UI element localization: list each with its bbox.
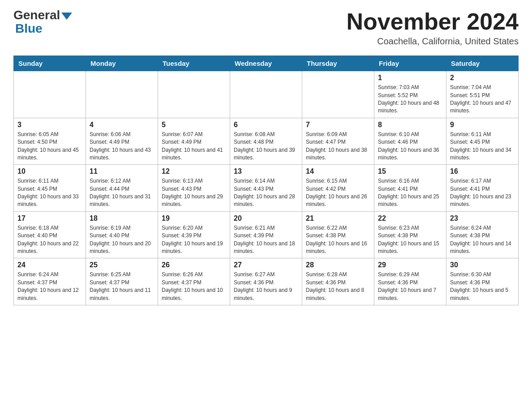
calendar-table: SundayMondayTuesdayWednesdayThursdayFrid… bbox=[13, 56, 519, 305]
calendar-cell: 13Sunrise: 6:14 AMSunset: 4:43 PMDayligh… bbox=[230, 165, 302, 212]
calendar-cell: 27Sunrise: 6:27 AMSunset: 4:36 PMDayligh… bbox=[230, 258, 302, 305]
day-info: Sunrise: 6:16 AMSunset: 4:41 PMDaylight:… bbox=[378, 177, 442, 209]
calendar-cell: 24Sunrise: 6:24 AMSunset: 4:37 PMDayligh… bbox=[14, 258, 86, 305]
calendar-cell: 11Sunrise: 6:12 AMSunset: 4:44 PMDayligh… bbox=[86, 165, 158, 212]
day-info: Sunrise: 6:15 AMSunset: 4:42 PMDaylight:… bbox=[306, 177, 370, 209]
day-number: 2 bbox=[450, 74, 515, 82]
weekday-header-friday: Friday bbox=[374, 56, 446, 71]
week-row-1: 3Sunrise: 6:05 AMSunset: 4:50 PMDaylight… bbox=[14, 118, 519, 165]
day-number: 27 bbox=[234, 261, 298, 269]
day-info: Sunrise: 6:11 AMSunset: 4:45 PMDaylight:… bbox=[450, 131, 515, 162]
weekday-header-thursday: Thursday bbox=[302, 56, 374, 71]
day-number: 17 bbox=[17, 214, 82, 223]
day-number: 9 bbox=[450, 121, 515, 129]
calendar-cell: 5Sunrise: 6:07 AMSunset: 4:49 PMDaylight… bbox=[158, 118, 230, 165]
day-number: 13 bbox=[234, 167, 298, 176]
day-number: 26 bbox=[162, 261, 226, 269]
calendar-cell: 22Sunrise: 6:23 AMSunset: 4:38 PMDayligh… bbox=[374, 211, 446, 258]
logo-arrow-icon bbox=[61, 13, 72, 20]
logo: General Blue bbox=[13, 9, 72, 36]
day-info: Sunrise: 6:11 AMSunset: 4:45 PMDaylight:… bbox=[17, 177, 82, 209]
day-info: Sunrise: 6:26 AMSunset: 4:37 PMDaylight:… bbox=[162, 271, 226, 302]
calendar-cell: 8Sunrise: 6:10 AMSunset: 4:46 PMDaylight… bbox=[374, 118, 446, 165]
day-info: Sunrise: 6:12 AMSunset: 4:44 PMDaylight:… bbox=[90, 177, 154, 209]
day-number: 6 bbox=[234, 121, 298, 129]
day-number: 11 bbox=[90, 167, 154, 176]
calendar-cell: 10Sunrise: 6:11 AMSunset: 4:45 PMDayligh… bbox=[14, 165, 86, 212]
day-number: 23 bbox=[450, 214, 515, 223]
week-row-2: 10Sunrise: 6:11 AMSunset: 4:45 PMDayligh… bbox=[14, 165, 519, 212]
day-info: Sunrise: 6:25 AMSunset: 4:37 PMDaylight:… bbox=[90, 271, 154, 302]
day-info: Sunrise: 6:13 AMSunset: 4:43 PMDaylight:… bbox=[162, 177, 226, 209]
day-info: Sunrise: 6:10 AMSunset: 4:46 PMDaylight:… bbox=[378, 131, 442, 162]
calendar-cell: 30Sunrise: 6:30 AMSunset: 4:36 PMDayligh… bbox=[446, 258, 519, 305]
calendar-cell: 2Sunrise: 7:04 AMSunset: 5:51 PMDaylight… bbox=[446, 71, 519, 118]
week-row-4: 24Sunrise: 6:24 AMSunset: 4:37 PMDayligh… bbox=[14, 258, 519, 305]
calendar-cell: 19Sunrise: 6:20 AMSunset: 4:39 PMDayligh… bbox=[158, 211, 230, 258]
location-title: Coachella, California, United States bbox=[347, 36, 519, 47]
day-info: Sunrise: 6:14 AMSunset: 4:43 PMDaylight:… bbox=[234, 177, 298, 209]
day-info: Sunrise: 6:08 AMSunset: 4:48 PMDaylight:… bbox=[234, 131, 298, 162]
calendar-cell: 21Sunrise: 6:22 AMSunset: 4:38 PMDayligh… bbox=[302, 211, 374, 258]
day-number: 4 bbox=[90, 121, 154, 129]
day-number: 7 bbox=[306, 121, 370, 129]
day-info: Sunrise: 6:07 AMSunset: 4:49 PMDaylight:… bbox=[162, 131, 226, 162]
day-info: Sunrise: 6:20 AMSunset: 4:39 PMDaylight:… bbox=[162, 224, 226, 256]
day-info: Sunrise: 6:28 AMSunset: 4:36 PMDaylight:… bbox=[306, 271, 370, 302]
calendar-cell: 17Sunrise: 6:18 AMSunset: 4:40 PMDayligh… bbox=[14, 211, 86, 258]
calendar-cell bbox=[302, 71, 374, 118]
day-info: Sunrise: 6:24 AMSunset: 4:37 PMDaylight:… bbox=[17, 271, 82, 302]
weekday-header-sunday: Sunday bbox=[14, 56, 86, 71]
day-number: 21 bbox=[306, 214, 370, 223]
day-info: Sunrise: 6:27 AMSunset: 4:36 PMDaylight:… bbox=[234, 271, 298, 302]
calendar-cell: 1Sunrise: 7:03 AMSunset: 5:52 PMDaylight… bbox=[374, 71, 446, 118]
page-header: General Blue November 2024 Coachella, Ca… bbox=[13, 9, 519, 47]
calendar-cell: 29Sunrise: 6:29 AMSunset: 4:36 PMDayligh… bbox=[374, 258, 446, 305]
day-number: 8 bbox=[378, 121, 442, 129]
calendar-cell: 4Sunrise: 6:06 AMSunset: 4:49 PMDaylight… bbox=[86, 118, 158, 165]
calendar-cell bbox=[14, 71, 86, 118]
calendar-cell: 7Sunrise: 6:09 AMSunset: 4:47 PMDaylight… bbox=[302, 118, 374, 165]
day-info: Sunrise: 6:09 AMSunset: 4:47 PMDaylight:… bbox=[306, 131, 370, 162]
weekday-header-monday: Monday bbox=[86, 56, 158, 71]
weekday-header-tuesday: Tuesday bbox=[158, 56, 230, 71]
calendar-cell: 16Sunrise: 6:17 AMSunset: 4:41 PMDayligh… bbox=[446, 165, 519, 212]
day-number: 18 bbox=[90, 214, 154, 223]
day-number: 30 bbox=[450, 261, 515, 269]
calendar-cell: 12Sunrise: 6:13 AMSunset: 4:43 PMDayligh… bbox=[158, 165, 230, 212]
month-title: November 2024 bbox=[347, 9, 519, 34]
day-number: 28 bbox=[306, 261, 370, 269]
calendar-cell: 14Sunrise: 6:15 AMSunset: 4:42 PMDayligh… bbox=[302, 165, 374, 212]
calendar-cell: 23Sunrise: 6:24 AMSunset: 4:38 PMDayligh… bbox=[446, 211, 519, 258]
day-info: Sunrise: 7:04 AMSunset: 5:51 PMDaylight:… bbox=[450, 84, 515, 115]
calendar-cell: 3Sunrise: 6:05 AMSunset: 4:50 PMDaylight… bbox=[14, 118, 86, 165]
day-info: Sunrise: 6:18 AMSunset: 4:40 PMDaylight:… bbox=[17, 224, 82, 256]
calendar-cell: 25Sunrise: 6:25 AMSunset: 4:37 PMDayligh… bbox=[86, 258, 158, 305]
day-number: 29 bbox=[378, 261, 442, 269]
calendar-cell: 26Sunrise: 6:26 AMSunset: 4:37 PMDayligh… bbox=[158, 258, 230, 305]
title-area: November 2024 Coachella, California, Uni… bbox=[347, 9, 519, 47]
day-info: Sunrise: 6:29 AMSunset: 4:36 PMDaylight:… bbox=[378, 271, 442, 302]
calendar-body: 1Sunrise: 7:03 AMSunset: 5:52 PMDaylight… bbox=[14, 71, 519, 305]
day-info: Sunrise: 6:24 AMSunset: 4:38 PMDaylight:… bbox=[450, 224, 515, 256]
day-info: Sunrise: 6:05 AMSunset: 4:50 PMDaylight:… bbox=[17, 131, 82, 162]
week-row-0: 1Sunrise: 7:03 AMSunset: 5:52 PMDaylight… bbox=[14, 71, 519, 118]
day-info: Sunrise: 6:19 AMSunset: 4:40 PMDaylight:… bbox=[90, 224, 154, 256]
day-number: 3 bbox=[17, 121, 82, 129]
day-number: 1 bbox=[378, 74, 442, 82]
day-info: Sunrise: 6:30 AMSunset: 4:36 PMDaylight:… bbox=[450, 271, 515, 302]
weekday-header-wednesday: Wednesday bbox=[230, 56, 302, 71]
day-info: Sunrise: 6:23 AMSunset: 4:38 PMDaylight:… bbox=[378, 224, 442, 256]
day-info: Sunrise: 6:22 AMSunset: 4:38 PMDaylight:… bbox=[306, 224, 370, 256]
day-number: 19 bbox=[162, 214, 226, 223]
day-number: 14 bbox=[306, 167, 370, 176]
day-info: Sunrise: 6:17 AMSunset: 4:41 PMDaylight:… bbox=[450, 177, 515, 209]
calendar-cell: 15Sunrise: 6:16 AMSunset: 4:41 PMDayligh… bbox=[374, 165, 446, 212]
day-info: Sunrise: 7:03 AMSunset: 5:52 PMDaylight:… bbox=[378, 84, 442, 115]
day-number: 24 bbox=[17, 261, 82, 269]
day-number: 10 bbox=[17, 167, 82, 176]
day-number: 5 bbox=[162, 121, 226, 129]
day-number: 16 bbox=[450, 167, 515, 176]
weekday-header-saturday: Saturday bbox=[446, 56, 519, 71]
calendar-cell: 28Sunrise: 6:28 AMSunset: 4:36 PMDayligh… bbox=[302, 258, 374, 305]
